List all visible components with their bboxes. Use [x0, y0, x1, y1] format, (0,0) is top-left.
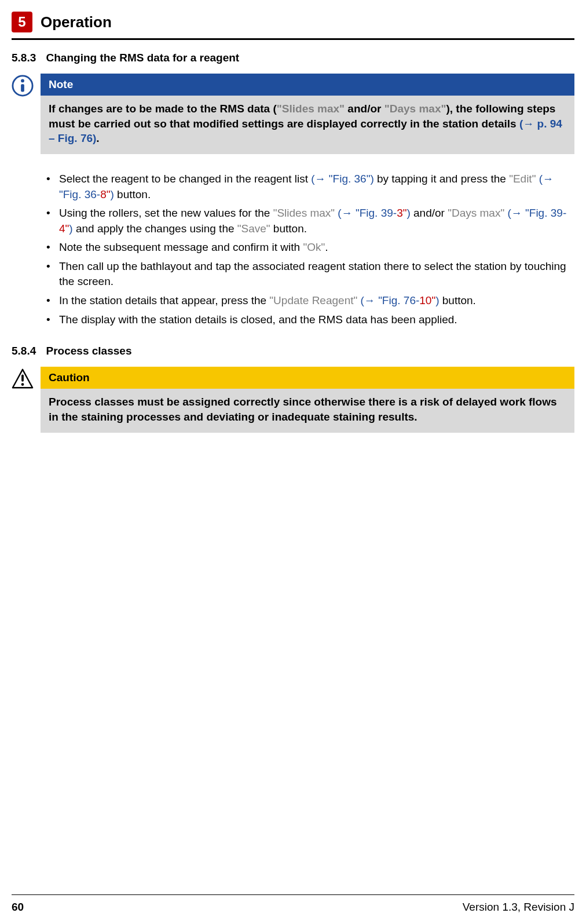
list-item: Select the reagent to be changed in the …: [46, 171, 574, 202]
warning-icon: [12, 367, 35, 392]
page-header: 5 Operation: [12, 0, 574, 40]
list-item: Note the subsequent message and confirm …: [46, 240, 574, 255]
xref[interactable]: "Fig. 39: [356, 207, 393, 219]
svg-point-1: [21, 79, 24, 83]
note-body: Note If changes are to be made to the RM…: [41, 74, 574, 154]
xref[interactable]: "Fig. 39: [525, 207, 563, 219]
list-item: Using the rollers, set the new values fo…: [46, 206, 574, 236]
list-item: The display with the station details is …: [46, 312, 574, 328]
info-icon: [12, 74, 35, 99]
version-text: Version 1.3, Revision J: [463, 901, 574, 914]
section-title: Changing the RMS data for a reagent: [46, 52, 240, 64]
svg-point-5: [21, 383, 24, 386]
chapter-number-badge: 5: [12, 12, 32, 32]
note-text: If changes are to be made to the RMS dat…: [41, 96, 574, 154]
note-title: Note: [41, 74, 574, 96]
list-item: In the station details that appear, pres…: [46, 293, 574, 309]
section-title: Process classes: [46, 345, 132, 357]
caution-callout: Caution Process classes must be assigned…: [12, 367, 574, 432]
xref[interactable]: "Fig. 36: [59, 188, 97, 200]
section-number: 5.8.3: [12, 52, 36, 64]
section-heading-584: 5.8.4 Process classes: [12, 345, 574, 357]
list-item: Then call up the bathlayout and tap the …: [46, 259, 574, 290]
chapter-number: 5: [18, 14, 25, 30]
svg-rect-4: [21, 375, 24, 382]
page-number: 60: [12, 901, 24, 914]
page-footer: 60 Version 1.3, Revision J: [12, 894, 574, 914]
caution-title: Caution: [41, 367, 574, 389]
note-callout: Note If changes are to be made to the RM…: [12, 74, 574, 154]
section-number: 5.8.4: [12, 345, 36, 357]
instruction-list: Select the reagent to be changed in the …: [46, 171, 574, 327]
xref[interactable]: "Fig. 76: [378, 294, 416, 306]
caution-text: Process classes must be assigned correct…: [41, 389, 574, 432]
section-heading-583: 5.8.3 Changing the RMS data for a reagen…: [12, 52, 574, 64]
chapter-title: Operation: [41, 13, 112, 31]
xref[interactable]: (→ "Fig. 36"): [311, 173, 374, 185]
svg-rect-2: [21, 84, 24, 92]
caution-body: Caution Process classes must be assigned…: [41, 367, 574, 432]
page-content: 5.8.3 Changing the RMS data for a reagen…: [0, 52, 586, 433]
